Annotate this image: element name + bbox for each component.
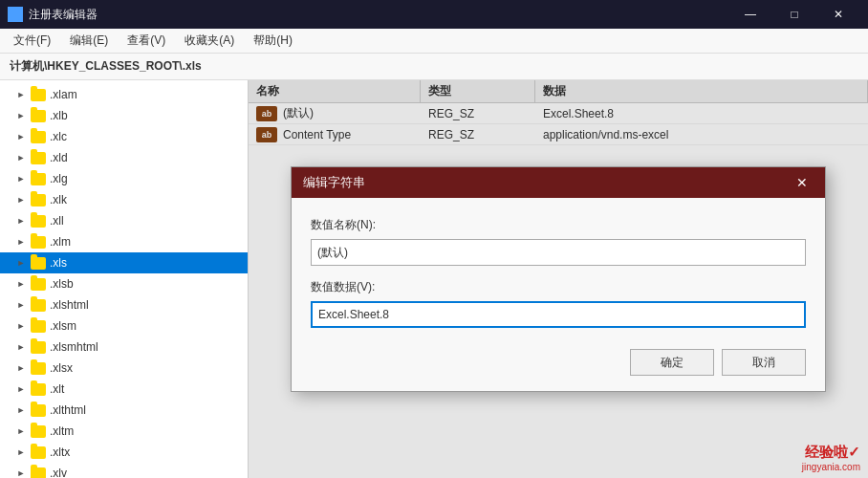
folder-icon xyxy=(31,425,46,438)
tree-item[interactable]: ► .xll xyxy=(0,210,248,231)
tree-item[interactable]: ► .xlthtml xyxy=(0,400,248,421)
tree-item[interactable]: ► .xlsb xyxy=(0,273,248,294)
tree-item-label: .xlsb xyxy=(50,277,74,291)
dialog-overlay: 编辑字符串 ✕ 数值名称(N): 数值数据(V): 确定 取消 xyxy=(249,80,868,478)
watermark: 经验啦✓ jingyania.com xyxy=(802,444,860,472)
cancel-button[interactable]: 取消 xyxy=(722,349,806,376)
folder-icon xyxy=(31,257,46,270)
tree-arrow-icon: ► xyxy=(15,257,27,269)
watermark-text: 经验啦 xyxy=(805,444,848,460)
tree-item-label: .xlam xyxy=(50,88,77,101)
maximize-button[interactable]: □ xyxy=(772,0,816,29)
address-path: 计算机\HKEY_CLASSES_ROOT\.xls xyxy=(10,58,202,75)
folder-icon xyxy=(31,215,46,228)
title-bar-text: 注册表编辑器 xyxy=(29,7,723,23)
tree-item-label: .xltx xyxy=(50,445,70,459)
tree-arrow-icon: ► xyxy=(15,362,27,374)
folder-icon xyxy=(31,320,46,333)
tree-item-label: .xld xyxy=(50,151,68,164)
tree-arrow-icon: ► xyxy=(15,383,27,395)
menu-favorites[interactable]: 收藏夹(A) xyxy=(175,29,244,53)
tree-item[interactable]: ► .xlsx xyxy=(0,358,248,379)
tree-item[interactable]: ► .xlk xyxy=(0,189,248,210)
tree-item[interactable]: ► .xlsm xyxy=(0,315,248,337)
tree-arrow-icon: ► xyxy=(15,131,27,142)
tree-pane: ► .xlam ► .xlb ► .xlc ► .xld ► .xlg ► .x… xyxy=(0,80,249,478)
tree-arrow-icon: ► xyxy=(15,341,27,353)
menu-file[interactable]: 文件(F) xyxy=(4,29,60,53)
detail-pane: 名称 类型 数据 ab (默认) REG_SZ Excel.Sheet.8 ab… xyxy=(249,80,868,478)
folder-icon xyxy=(31,194,46,206)
tree-item-label: .xlv xyxy=(50,467,67,478)
menu-bar: 文件(F) 编辑(E) 查看(V) 收藏夹(A) 帮助(H) xyxy=(0,29,868,54)
watermark-checkmark: ✓ xyxy=(848,444,860,460)
watermark-subtext: jingyania.com xyxy=(802,462,860,472)
tree-arrow-icon: ► xyxy=(15,467,27,478)
folder-icon xyxy=(31,467,46,479)
tree-item-label: .xlsmhtml xyxy=(50,340,98,354)
tree-item[interactable]: ► .xlc xyxy=(0,126,248,147)
folder-icon xyxy=(31,110,46,122)
folder-icon xyxy=(31,278,46,291)
menu-help[interactable]: 帮助(H) xyxy=(244,29,302,53)
title-bar-controls: — □ ✕ xyxy=(728,0,860,29)
tree-item-label: .xll xyxy=(50,214,64,228)
tree-arrow-icon: ► xyxy=(15,236,27,248)
name-field-label: 数值名称(N): xyxy=(311,217,806,233)
tree-item[interactable]: ► .xlt xyxy=(0,379,248,400)
tree-arrow-icon: ► xyxy=(15,404,27,416)
tree-item-label: .xlt xyxy=(50,382,64,396)
dialog-buttons: 确定 取消 xyxy=(311,349,806,376)
close-button[interactable]: ✕ xyxy=(816,0,860,29)
tree-item-label: .xltm xyxy=(50,424,74,438)
app-icon xyxy=(8,7,23,22)
tree-item[interactable]: ► .xlshtml xyxy=(0,294,248,315)
folder-icon xyxy=(31,173,46,185)
tree-arrow-icon: ► xyxy=(15,194,27,206)
tree-item[interactable]: ► .xlg xyxy=(0,168,248,189)
tree-item[interactable]: ► .xlm xyxy=(0,231,248,252)
tree-arrow-icon: ► xyxy=(15,89,27,100)
tree-arrow-icon: ► xyxy=(15,215,27,227)
folder-icon xyxy=(31,446,46,459)
tree-arrow-icon: ► xyxy=(15,425,27,437)
tree-item[interactable]: ► .xlsmhtml xyxy=(0,337,248,358)
menu-view[interactable]: 查看(V) xyxy=(118,29,175,53)
tree-item-label: .xlg xyxy=(50,172,68,185)
tree-item-label: .xlm xyxy=(50,235,71,249)
tree-item[interactable]: ► .xlb xyxy=(0,105,248,126)
minimize-button[interactable]: — xyxy=(728,0,772,29)
tree-item-label: .xls xyxy=(50,256,67,270)
tree-item[interactable]: ► .xld xyxy=(0,147,248,168)
dialog-title: 编辑字符串 xyxy=(303,174,791,191)
tree-item[interactable]: ► .xls xyxy=(0,252,248,273)
folder-icon xyxy=(31,152,46,164)
title-bar: 注册表编辑器 — □ ✕ xyxy=(0,0,868,29)
tree-item[interactable]: ► .xltx xyxy=(0,442,248,463)
edit-string-dialog: 编辑字符串 ✕ 数值名称(N): 数值数据(V): 确定 取消 xyxy=(291,166,826,392)
address-bar: 计算机\HKEY_CLASSES_ROOT\.xls xyxy=(0,54,868,80)
name-input[interactable] xyxy=(311,239,806,266)
tree-item-label: .xlc xyxy=(50,130,67,143)
data-field-label: 数值数据(V): xyxy=(311,279,806,295)
tree-item-label: .xlsx xyxy=(50,361,73,375)
tree-item-label: .xlk xyxy=(50,193,67,206)
folder-icon xyxy=(31,383,46,396)
dialog-close-button[interactable]: ✕ xyxy=(791,171,814,194)
dialog-body: 数值名称(N): 数值数据(V): 确定 取消 xyxy=(292,198,825,391)
tree-item[interactable]: ► .xlam xyxy=(0,84,248,105)
folder-icon xyxy=(31,341,46,354)
folder-icon xyxy=(31,299,46,312)
tree-arrow-icon: ► xyxy=(15,173,27,185)
menu-edit[interactable]: 编辑(E) xyxy=(60,29,118,53)
folder-icon xyxy=(31,236,46,249)
tree-item-label: .xlthtml xyxy=(50,403,86,417)
data-input[interactable] xyxy=(311,301,806,328)
tree-item[interactable]: ► .xltm xyxy=(0,421,248,442)
main-content: ► .xlam ► .xlb ► .xlc ► .xld ► .xlg ► .x… xyxy=(0,80,868,478)
folder-icon xyxy=(31,131,46,143)
tree-arrow-icon: ► xyxy=(15,320,27,332)
ok-button[interactable]: 确定 xyxy=(630,349,714,376)
folder-icon xyxy=(31,362,46,375)
tree-item[interactable]: ► .xlv xyxy=(0,463,248,478)
